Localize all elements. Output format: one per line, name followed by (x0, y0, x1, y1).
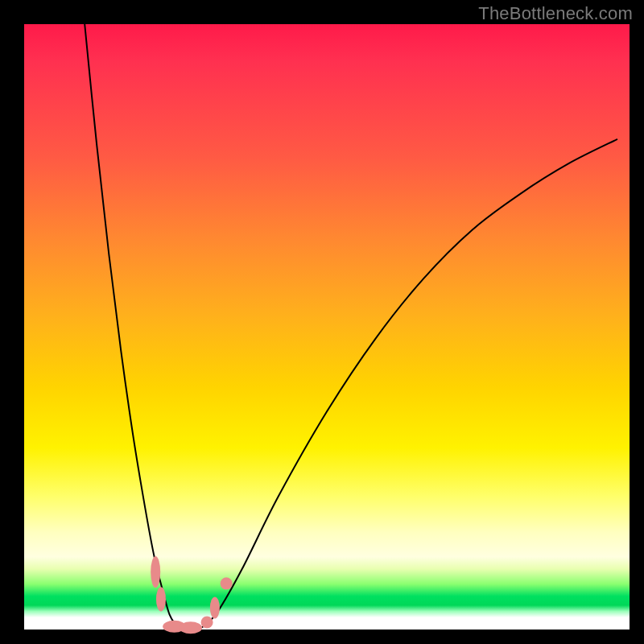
curve-markers (151, 556, 233, 634)
marker-pill (180, 621, 203, 634)
watermark-text: TheBottleneck.com (478, 3, 633, 24)
chart-frame: TheBottleneck.com (0, 0, 644, 644)
marker-pill (156, 587, 166, 611)
bottleneck-curve (85, 24, 617, 630)
chart-overlay (24, 24, 630, 630)
marker-dot (201, 616, 213, 628)
marker-dot (221, 577, 233, 589)
marker-pill (210, 597, 220, 618)
marker-pill (151, 556, 160, 588)
